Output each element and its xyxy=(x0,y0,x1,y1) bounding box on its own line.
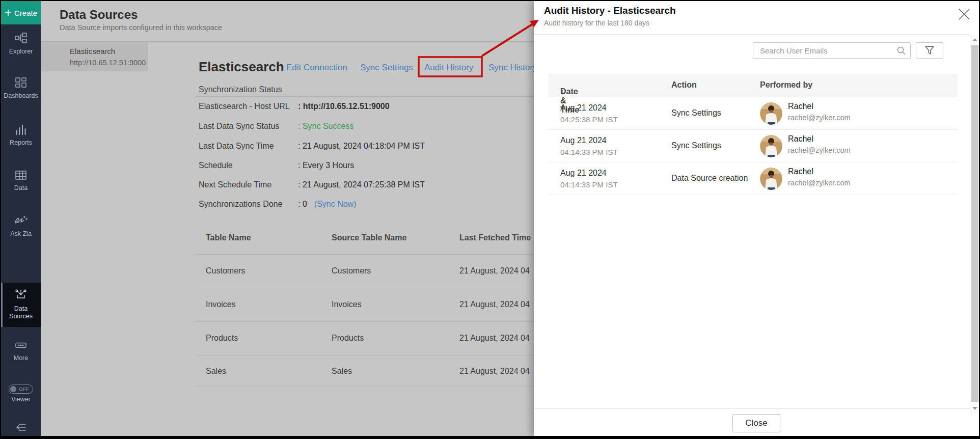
audit-date: Aug 21 2024 xyxy=(560,169,607,178)
field-value: : 21 August, 2024 04:18:04 PM IST xyxy=(298,142,425,151)
divider xyxy=(195,321,534,322)
sidebar-item-label: Viewer xyxy=(1,396,41,403)
audit-time: 04:25:38 PM IST xyxy=(560,115,618,124)
search-box xyxy=(753,42,911,59)
divider xyxy=(195,355,534,355)
field-value: : 21 August, 2024 07:25:38 PM IST xyxy=(298,180,425,189)
source-name: Elasticsearch xyxy=(70,46,148,57)
column-header-performed-by[interactable]: Performed by xyxy=(760,80,812,90)
audit-time: 04:14:33 PM IST xyxy=(560,180,618,189)
data-sources-icon xyxy=(15,289,27,301)
table-cell: Products xyxy=(206,334,238,343)
sidebar-item-reports[interactable]: Reports xyxy=(1,124,41,147)
audit-email: rachel@zylker.com xyxy=(788,114,851,122)
search-input[interactable] xyxy=(753,42,911,59)
scrollbar-thumb[interactable] xyxy=(971,45,978,402)
field-label: Synchronizations Done xyxy=(199,200,283,209)
audit-history-link[interactable]: Audit History xyxy=(424,63,473,73)
table-cell: Customers xyxy=(332,266,371,276)
column-header-action[interactable]: Action xyxy=(671,80,697,90)
more-icon xyxy=(15,340,26,350)
field-value-sync-status: : Sync Success xyxy=(298,122,353,131)
audit-date: Aug 21 2024 xyxy=(560,136,607,145)
viewer-toggle-item[interactable]: OFF Viewer xyxy=(1,385,41,403)
column-header: Last Fetched Time xyxy=(459,233,531,242)
sidebar-item-more[interactable]: More xyxy=(1,340,41,362)
sidebar-item-explorer[interactable]: Explorer xyxy=(1,33,41,56)
sidebar-item-dashboards[interactable]: Dashboards xyxy=(1,77,41,100)
source-url: http://10.65.12.51:9000 xyxy=(70,57,148,68)
audit-user: Rachel xyxy=(788,167,813,176)
table-cell: 21 August, 2024 04 xyxy=(459,266,530,276)
detail-title: Elasticsearch xyxy=(199,59,284,75)
close-icon xyxy=(958,8,971,21)
audit-row: Aug 21 2024 04:14:33 PM IST Data Source … xyxy=(549,162,958,195)
table-cell: Invoices xyxy=(332,300,362,309)
viewer-toggle[interactable]: OFF xyxy=(9,385,33,394)
sidebar-item-label: Data xyxy=(1,184,41,192)
avatar xyxy=(760,102,782,125)
divider xyxy=(195,288,534,288)
scroll-down-arrow[interactable] xyxy=(972,407,977,410)
page-title: Data Sources xyxy=(60,8,138,22)
panel-title: Audit History - Elasticsearch xyxy=(544,5,676,16)
sync-count: : 0 xyxy=(298,200,307,208)
table-cell: Products xyxy=(332,334,364,343)
table-cell: Sales xyxy=(332,367,352,376)
sidebar-item-label: Dashboards xyxy=(1,92,41,100)
audit-user: Rachel xyxy=(788,134,813,144)
table-cell: Invoices xyxy=(206,300,236,309)
audit-action: Sync Settings xyxy=(671,141,721,150)
explorer-icon xyxy=(15,33,27,44)
collapse-sidebar-button[interactable] xyxy=(1,423,41,434)
divider xyxy=(195,254,534,255)
field-label: Schedule xyxy=(199,161,233,170)
data-icon xyxy=(15,170,26,180)
audit-action: Sync Settings xyxy=(671,108,721,118)
close-panel-button[interactable] xyxy=(958,8,972,22)
dashboards-icon xyxy=(15,77,26,88)
audit-table-header: Date & Time ↓ Action Performed by xyxy=(549,74,958,97)
divider xyxy=(195,96,534,97)
sync-settings-link[interactable]: Sync Settings xyxy=(360,63,413,73)
panel-subtitle: Audit history for the last 180 days xyxy=(544,19,649,27)
field-label: Elasticsearch - Host URL xyxy=(199,102,290,111)
edit-connection-link[interactable]: Edit Connection xyxy=(286,63,347,73)
audit-action: Data Source creation xyxy=(671,174,748,183)
collapse-sidebar-icon xyxy=(15,423,26,432)
sync-history-link[interactable]: Sync History xyxy=(488,63,534,73)
divider xyxy=(534,408,970,409)
page-subtitle: Data Source imports configured in this w… xyxy=(60,23,222,32)
sidebar-item-data-sources[interactable]: DataSources xyxy=(1,283,41,327)
sync-now-link[interactable]: (Sync Now) xyxy=(314,200,357,208)
audit-user: Rachel xyxy=(788,102,813,111)
audit-email: rachel@zylker.com xyxy=(788,179,851,187)
sidebar-item-label: Ask Zia xyxy=(1,230,41,238)
table-cell: Customers xyxy=(206,266,245,276)
ask-zia-icon xyxy=(14,215,28,226)
sidebar-item-label: DataSources xyxy=(1,305,41,320)
sidebar-item-ask-zia[interactable]: Ask Zia xyxy=(1,215,41,238)
sidebar: Create Explorer Dashboards Reports xyxy=(1,1,41,436)
app-window: Create Explorer Dashboards Reports xyxy=(0,0,980,439)
field-value: : 0(Sync Now) xyxy=(298,200,356,209)
audit-row: Aug 21 2024 04:14:33 PM IST Sync Setting… xyxy=(549,130,958,162)
avatar xyxy=(760,168,782,190)
create-button[interactable]: Create xyxy=(1,1,41,24)
audit-history-panel: Audit History - Elasticsearch Audit hist… xyxy=(534,1,979,436)
scroll-up-arrow[interactable] xyxy=(972,38,977,41)
panel-scrollbar[interactable] xyxy=(970,35,979,415)
audit-date: Aug 21 2024 xyxy=(560,103,607,113)
source-list-item-elasticsearch[interactable]: Elasticsearch http://10.65.12.51:9000 xyxy=(41,42,148,71)
main-content: Data Sources Data Source imports configu… xyxy=(41,1,534,436)
filter-button[interactable] xyxy=(916,42,943,59)
toggle-knob xyxy=(10,386,16,392)
search-icon xyxy=(896,46,906,56)
field-value: : http://10.65.12.51:9000 xyxy=(298,102,390,111)
audit-email: rachel@zylker.com xyxy=(788,146,851,154)
sidebar-item-data[interactable]: Data xyxy=(1,170,41,192)
create-label: Create xyxy=(14,9,37,17)
audit-row: Aug 21 2024 04:25:38 PM IST Sync Setting… xyxy=(549,97,958,130)
close-button[interactable]: Close xyxy=(732,414,780,432)
table-cell: 21 August, 2024 04 xyxy=(459,334,530,343)
